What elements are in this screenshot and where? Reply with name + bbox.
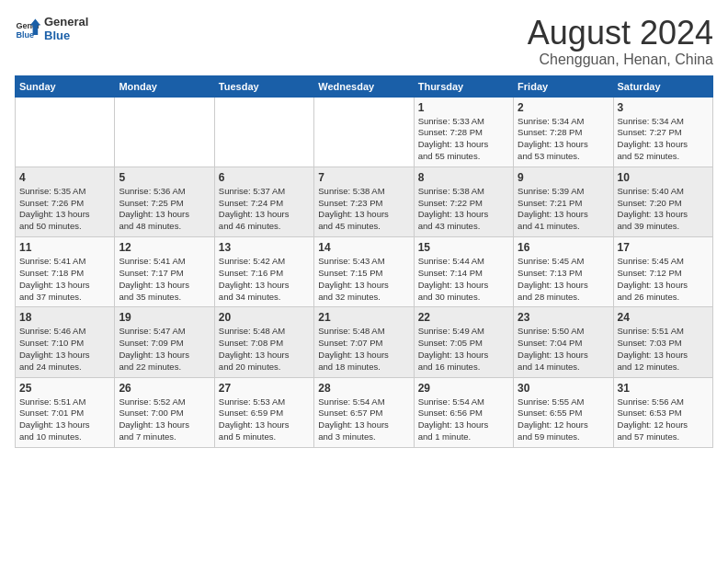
day-number: 21: [318, 311, 409, 324]
day-info: Sunrise: 5:51 AM Sunset: 7:01 PM Dayligh…: [19, 396, 110, 443]
day-info: Sunrise: 5:54 AM Sunset: 6:56 PM Dayligh…: [418, 396, 509, 443]
calendar-cell: 12Sunrise: 5:41 AM Sunset: 7:17 PM Dayli…: [115, 237, 214, 307]
day-number: 26: [119, 382, 210, 395]
calendar-week-row: 1Sunrise: 5:33 AM Sunset: 7:28 PM Daylig…: [16, 97, 713, 167]
calendar-cell: 7Sunrise: 5:38 AM Sunset: 7:23 PM Daylig…: [314, 167, 414, 236]
day-number: 1: [418, 101, 509, 114]
day-number: 11: [19, 241, 110, 254]
page-title: August 2024: [528, 15, 713, 52]
day-number: 8: [418, 171, 509, 184]
day-number: 29: [418, 382, 509, 395]
day-info: Sunrise: 5:41 AM Sunset: 7:18 PM Dayligh…: [19, 256, 110, 303]
calendar-cell: [314, 97, 414, 167]
calendar-cell: 14Sunrise: 5:43 AM Sunset: 7:15 PM Dayli…: [314, 237, 414, 307]
title-area: August 2024 Chengguan, Henan, China: [528, 15, 713, 68]
day-number: 5: [119, 171, 210, 184]
day-info: Sunrise: 5:52 AM Sunset: 7:00 PM Dayligh…: [119, 396, 210, 443]
calendar-cell: 27Sunrise: 5:53 AM Sunset: 6:59 PM Dayli…: [214, 377, 313, 447]
day-number: 30: [518, 382, 609, 395]
day-number: 12: [119, 241, 210, 254]
calendar-cell: 29Sunrise: 5:54 AM Sunset: 6:56 PM Dayli…: [414, 377, 513, 447]
calendar-table: SundayMondayTuesdayWednesdayThursdayFrid…: [15, 75, 713, 448]
calendar-cell: 17Sunrise: 5:45 AM Sunset: 7:12 PM Dayli…: [613, 237, 712, 307]
logo-blue: Blue: [44, 29, 88, 42]
day-number: 18: [19, 311, 110, 324]
day-info: Sunrise: 5:56 AM Sunset: 6:53 PM Dayligh…: [618, 396, 709, 443]
day-info: Sunrise: 5:47 AM Sunset: 7:09 PM Dayligh…: [119, 326, 210, 373]
calendar-cell: 18Sunrise: 5:46 AM Sunset: 7:10 PM Dayli…: [16, 307, 115, 377]
day-info: Sunrise: 5:34 AM Sunset: 7:28 PM Dayligh…: [518, 116, 609, 163]
day-info: Sunrise: 5:38 AM Sunset: 7:22 PM Dayligh…: [418, 186, 509, 233]
calendar-cell: 15Sunrise: 5:44 AM Sunset: 7:14 PM Dayli…: [414, 237, 513, 307]
day-number: 15: [418, 241, 509, 254]
calendar-week-row: 25Sunrise: 5:51 AM Sunset: 7:01 PM Dayli…: [16, 377, 713, 447]
day-info: Sunrise: 5:44 AM Sunset: 7:14 PM Dayligh…: [418, 256, 509, 303]
day-number: 6: [219, 171, 310, 184]
day-info: Sunrise: 5:45 AM Sunset: 7:12 PM Dayligh…: [618, 256, 709, 303]
day-number: 24: [618, 311, 709, 324]
day-info: Sunrise: 5:40 AM Sunset: 7:20 PM Dayligh…: [618, 186, 709, 233]
calendar-cell: 24Sunrise: 5:51 AM Sunset: 7:03 PM Dayli…: [613, 307, 712, 377]
calendar-cell: 30Sunrise: 5:55 AM Sunset: 6:55 PM Dayli…: [514, 377, 613, 447]
calendar-cell: 31Sunrise: 5:56 AM Sunset: 6:53 PM Dayli…: [613, 377, 712, 447]
calendar-cell: 8Sunrise: 5:38 AM Sunset: 7:22 PM Daylig…: [414, 167, 513, 236]
day-number: 31: [618, 382, 709, 395]
calendar-week-row: 4Sunrise: 5:35 AM Sunset: 7:26 PM Daylig…: [16, 167, 713, 236]
calendar-cell: 11Sunrise: 5:41 AM Sunset: 7:18 PM Dayli…: [16, 237, 115, 307]
day-number: 16: [518, 241, 609, 254]
day-info: Sunrise: 5:35 AM Sunset: 7:26 PM Dayligh…: [19, 186, 110, 233]
svg-text:Blue: Blue: [16, 30, 34, 40]
calendar-cell: 25Sunrise: 5:51 AM Sunset: 7:01 PM Dayli…: [16, 377, 115, 447]
day-number: 22: [418, 311, 509, 324]
day-header-friday: Friday: [514, 75, 613, 97]
day-header-sunday: Sunday: [16, 75, 115, 97]
day-number: 2: [518, 101, 609, 114]
day-number: 13: [219, 241, 310, 254]
calendar-cell: 26Sunrise: 5:52 AM Sunset: 7:00 PM Dayli…: [115, 377, 214, 447]
day-header-tuesday: Tuesday: [214, 75, 313, 97]
calendar-cell: 5Sunrise: 5:36 AM Sunset: 7:25 PM Daylig…: [115, 167, 214, 236]
calendar-cell: 16Sunrise: 5:45 AM Sunset: 7:13 PM Dayli…: [514, 237, 613, 307]
calendar-cell: 2Sunrise: 5:34 AM Sunset: 7:28 PM Daylig…: [514, 97, 613, 167]
calendar-cell: 4Sunrise: 5:35 AM Sunset: 7:26 PM Daylig…: [16, 167, 115, 236]
calendar-cell: 3Sunrise: 5:34 AM Sunset: 7:27 PM Daylig…: [613, 97, 712, 167]
calendar-cell: 22Sunrise: 5:49 AM Sunset: 7:05 PM Dayli…: [414, 307, 513, 377]
day-info: Sunrise: 5:39 AM Sunset: 7:21 PM Dayligh…: [518, 186, 609, 233]
calendar-week-row: 11Sunrise: 5:41 AM Sunset: 7:18 PM Dayli…: [16, 237, 713, 307]
day-number: 4: [19, 171, 110, 184]
calendar-cell: [16, 97, 115, 167]
day-number: 14: [318, 241, 409, 254]
day-info: Sunrise: 5:48 AM Sunset: 7:08 PM Dayligh…: [219, 326, 310, 373]
calendar-cell: 23Sunrise: 5:50 AM Sunset: 7:04 PM Dayli…: [514, 307, 613, 377]
day-info: Sunrise: 5:46 AM Sunset: 7:10 PM Dayligh…: [19, 326, 110, 373]
header: General Blue General Blue August 2024 Ch…: [15, 15, 713, 68]
day-info: Sunrise: 5:34 AM Sunset: 7:27 PM Dayligh…: [618, 116, 709, 163]
calendar-cell: 1Sunrise: 5:33 AM Sunset: 7:28 PM Daylig…: [414, 97, 513, 167]
logo-icon: General Blue: [15, 16, 40, 41]
day-info: Sunrise: 5:42 AM Sunset: 7:16 PM Dayligh…: [219, 256, 310, 303]
day-header-monday: Monday: [115, 75, 214, 97]
day-info: Sunrise: 5:53 AM Sunset: 6:59 PM Dayligh…: [219, 396, 310, 443]
day-number: 7: [318, 171, 409, 184]
day-info: Sunrise: 5:45 AM Sunset: 7:13 PM Dayligh…: [518, 256, 609, 303]
calendar-cell: 20Sunrise: 5:48 AM Sunset: 7:08 PM Dayli…: [214, 307, 313, 377]
logo: General Blue General Blue: [15, 15, 88, 42]
day-info: Sunrise: 5:48 AM Sunset: 7:07 PM Dayligh…: [318, 326, 409, 373]
day-info: Sunrise: 5:36 AM Sunset: 7:25 PM Dayligh…: [119, 186, 210, 233]
day-info: Sunrise: 5:43 AM Sunset: 7:15 PM Dayligh…: [318, 256, 409, 303]
day-number: 23: [518, 311, 609, 324]
calendar-header-row: SundayMondayTuesdayWednesdayThursdayFrid…: [16, 75, 713, 97]
calendar-week-row: 18Sunrise: 5:46 AM Sunset: 7:10 PM Dayli…: [16, 307, 713, 377]
calendar-cell: 13Sunrise: 5:42 AM Sunset: 7:16 PM Dayli…: [214, 237, 313, 307]
day-info: Sunrise: 5:41 AM Sunset: 7:17 PM Dayligh…: [119, 256, 210, 303]
day-number: 9: [518, 171, 609, 184]
calendar-cell: 21Sunrise: 5:48 AM Sunset: 7:07 PM Dayli…: [314, 307, 414, 377]
day-number: 20: [219, 311, 310, 324]
day-info: Sunrise: 5:50 AM Sunset: 7:04 PM Dayligh…: [518, 326, 609, 373]
day-number: 27: [219, 382, 310, 395]
day-info: Sunrise: 5:49 AM Sunset: 7:05 PM Dayligh…: [418, 326, 509, 373]
calendar-cell: [214, 97, 313, 167]
calendar-cell: 10Sunrise: 5:40 AM Sunset: 7:20 PM Dayli…: [613, 167, 712, 236]
day-number: 17: [618, 241, 709, 254]
calendar-cell: 19Sunrise: 5:47 AM Sunset: 7:09 PM Dayli…: [115, 307, 214, 377]
